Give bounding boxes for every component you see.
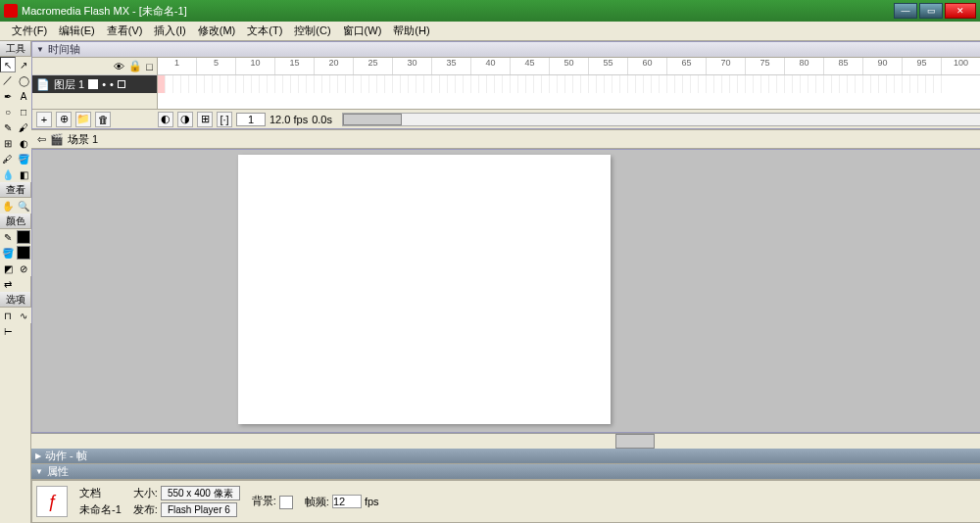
ink-tool[interactable]: 🖋: [0, 151, 16, 166]
layer-header: 👁 🔒 □: [32, 58, 157, 75]
layer-icon: 📄: [36, 78, 50, 91]
bg-label: 背景:: [252, 495, 276, 506]
edit-multiple-button[interactable]: ⊞: [197, 112, 213, 127]
delete-layer-button[interactable]: 🗑: [95, 112, 111, 127]
fps-input[interactable]: [332, 495, 362, 508]
collapse-icon: ▼: [35, 467, 43, 476]
stroke-color[interactable]: ✎: [0, 229, 16, 245]
lock-icon[interactable]: 🔒: [128, 60, 142, 72]
timeline-controls: + ⊕ 📁 🗑 ◐ ◑ ⊞ [·] 12.0 fps 0.0s: [32, 109, 980, 128]
elapsed-display: 0.0s: [312, 114, 332, 125]
line-tool[interactable]: ／: [0, 72, 16, 88]
actions-header[interactable]: ▶ 动作 - 帧: [31, 449, 980, 464]
bg-swatch[interactable]: [279, 496, 293, 509]
layer-edit-icon: [88, 79, 98, 89]
layer-1[interactable]: 📄 图层 1 ••: [32, 75, 157, 93]
default-colors[interactable]: ◩: [0, 261, 16, 276]
actions-title: 动作 - 帧: [45, 449, 87, 463]
menu-modify[interactable]: 修改(M): [192, 22, 242, 40]
add-guide-button[interactable]: ⊕: [56, 112, 72, 127]
menu-control[interactable]: 控制(C): [288, 22, 336, 40]
lasso-tool[interactable]: ◯: [16, 72, 31, 88]
scene-icon: 🎬: [50, 133, 64, 146]
onion-markers-button[interactable]: [·]: [217, 112, 232, 127]
minimize-button[interactable]: —: [894, 3, 917, 19]
pencil-tool[interactable]: ✎: [0, 119, 16, 135]
text-tool[interactable]: A: [16, 88, 31, 104]
view-label: 查看: [0, 182, 30, 198]
onion-outline-button[interactable]: ◑: [177, 112, 193, 127]
properties-header[interactable]: ▼ 属性: [31, 464, 980, 480]
pen-tool[interactable]: ✒: [0, 88, 16, 104]
color-label: 颜色: [0, 214, 30, 229]
add-folder-button[interactable]: 📁: [75, 112, 91, 127]
frame-ruler[interactable]: 1510152025303540455055606570758085909510…: [158, 58, 980, 75]
rect-tool[interactable]: □: [16, 104, 31, 119]
eyedropper-tool[interactable]: 💧: [0, 166, 16, 182]
frame-row[interactable]: [158, 75, 980, 93]
menu-insert[interactable]: 插入(I): [148, 22, 191, 40]
add-layer-button[interactable]: +: [36, 112, 52, 127]
publish-label: 发布:: [133, 503, 158, 515]
smooth-option[interactable]: ∿: [16, 308, 31, 323]
layer-name: 图层 1: [54, 77, 84, 92]
tools-label: 工具: [0, 41, 30, 57]
outline-icon[interactable]: □: [146, 61, 153, 72]
onion-skin-button[interactable]: ◐: [158, 112, 173, 127]
back-icon[interactable]: ⇦: [37, 133, 46, 146]
eye-icon[interactable]: 👁: [114, 61, 124, 72]
snap-option[interactable]: ⊓: [0, 308, 16, 323]
stage-scrollbar-h[interactable]: [31, 433, 980, 449]
straighten-option[interactable]: ⊢: [0, 323, 16, 339]
current-frame-input[interactable]: [236, 113, 266, 126]
menu-help[interactable]: 帮助(H): [387, 22, 435, 40]
menu-view[interactable]: 查看(V): [101, 22, 149, 40]
fill-color[interactable]: 🪣: [0, 245, 16, 261]
stage-area[interactable]: [31, 149, 980, 433]
menu-file[interactable]: 文件(F): [6, 22, 53, 40]
stage-canvas[interactable]: [238, 155, 611, 424]
options-label: 选项: [0, 292, 30, 308]
close-button[interactable]: ✕: [945, 3, 976, 19]
menu-text[interactable]: 文本(T): [241, 22, 288, 40]
doc-label: 文档: [79, 486, 122, 500]
hand-tool[interactable]: ✋: [0, 198, 16, 214]
scene-bar: ⇦ 🎬 场景 1 🎬 🔧 ▾: [31, 129, 980, 149]
publish-button[interactable]: Flash Player 6: [161, 502, 237, 517]
zoom-tool[interactable]: 🔍: [16, 198, 31, 214]
menu-window[interactable]: 窗口(W): [337, 22, 388, 40]
app-icon: [4, 4, 18, 18]
properties-title: 属性: [47, 464, 69, 479]
fill-swatch[interactable]: [16, 245, 31, 261]
subselect-tool[interactable]: ↗: [16, 57, 31, 72]
transform-tool[interactable]: ⊞: [0, 135, 16, 151]
timeline-header[interactable]: ▼ 时间轴: [32, 42, 980, 58]
collapse-icon: ▼: [36, 45, 44, 54]
oval-tool[interactable]: ○: [0, 104, 16, 119]
fps-display: 12.0 fps: [270, 114, 308, 125]
brush-tool[interactable]: 🖌: [16, 119, 31, 135]
app-title: Macromedia Flash MX - [未命名-1]: [22, 4, 187, 19]
doc-icon: ƒ: [36, 486, 68, 517]
eraser-tool[interactable]: ◧: [16, 166, 31, 182]
doc-name: 未命名-1: [79, 502, 122, 517]
timeline-title: 时间轴: [48, 42, 80, 57]
swap-colors[interactable]: ⇄: [0, 276, 16, 292]
fps-label: 帧频:: [305, 496, 329, 507]
toolbox: 工具 ↖ ↗ ／ ◯ ✒ A ○ □ ✎ 🖌 ⊞ ◐ 🖋 🪣 💧 ◧ 查看 ✋ …: [0, 41, 31, 523]
no-color[interactable]: ⊘: [16, 261, 31, 276]
timeline-panel: ▼ 时间轴 👁 🔒 □ 📄 图层 1 ••: [31, 41, 980, 129]
bucket-tool[interactable]: 🪣: [16, 151, 31, 166]
timeline-scrollbar[interactable]: [342, 113, 980, 126]
size-button[interactable]: 550 x 400 像素: [161, 486, 240, 500]
collapse-icon: ▶: [35, 452, 41, 460]
menu-edit[interactable]: 编辑(E): [53, 22, 101, 40]
titlebar: Macromedia Flash MX - [未命名-1] — ▭ ✕: [0, 0, 980, 22]
maximize-button[interactable]: ▭: [919, 3, 943, 19]
fps-unit: fps: [365, 496, 379, 507]
fill-transform-tool[interactable]: ◐: [16, 135, 31, 151]
arrow-tool[interactable]: ↖: [0, 57, 16, 72]
scene-name[interactable]: 场景 1: [68, 132, 98, 147]
stroke-swatch[interactable]: [16, 229, 31, 245]
size-label: 大小:: [133, 487, 158, 499]
